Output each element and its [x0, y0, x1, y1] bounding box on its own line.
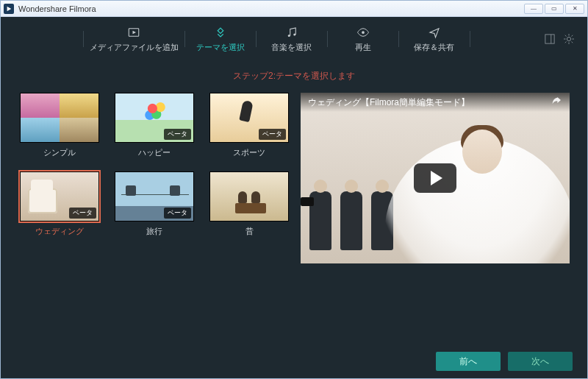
theme-sports[interactable]: ベータ スポーツ [209, 93, 290, 158]
music-icon [285, 26, 298, 39]
theme-thumbnail: ベータ [115, 93, 194, 143]
close-button[interactable]: ✕ [565, 4, 584, 14]
topbar: メディアファイルを追加 テーマを選択 音楽を選択 再生 [1, 17, 587, 61]
layout-icon[interactable] [545, 34, 555, 44]
window-title: Wondershare Filmora [18, 4, 524, 13]
beta-badge: ベータ [259, 129, 286, 140]
theme-thumbnail: ベータ [20, 171, 99, 222]
content: シンプル ベータ ハッピー ベータ スポーツ [1, 93, 587, 344]
theme-icon [214, 26, 227, 39]
app-body: メディアファイルを追加 テーマを選択 音楽を選択 再生 [1, 17, 587, 378]
titlebar: Wondershare Filmora — ▭ ✕ [1, 1, 587, 17]
theme-label: 旅行 [146, 226, 162, 237]
svg-marker-2 [133, 30, 137, 34]
step-add-media[interactable]: メディアファイルを追加 [84, 26, 184, 53]
svg-rect-6 [545, 35, 554, 43]
step-save-share[interactable]: 保存＆共有 [399, 26, 470, 53]
footer: 前へ 次へ [1, 344, 587, 378]
video-title: ウェディング【Filmora簡単編集モード】 [308, 96, 551, 109]
theme-grid: シンプル ベータ ハッピー ベータ スポーツ [18, 93, 290, 339]
svg-line-14 [572, 42, 573, 43]
theme-label: ハッピー [138, 147, 171, 158]
share-icon [428, 26, 441, 39]
svg-line-16 [565, 42, 567, 43]
beta-badge: ベータ [69, 208, 96, 219]
svg-point-8 [567, 37, 570, 40]
video-player[interactable]: ウェディング【Filmora簡単編集モード】 [301, 93, 570, 263]
step-select-theme[interactable]: テーマを選択 [185, 26, 256, 53]
theme-label: スポーツ [233, 147, 265, 158]
prev-button[interactable]: 前へ [436, 352, 501, 371]
topbar-actions [545, 34, 574, 44]
step-preview[interactable]: 再生 [328, 26, 398, 53]
divider [470, 31, 470, 47]
share-icon[interactable] [551, 96, 562, 110]
step-select-music[interactable]: 音楽を選択 [257, 26, 327, 53]
theme-happy[interactable]: ベータ ハッピー [113, 93, 195, 158]
next-button[interactable]: 次へ [508, 352, 573, 371]
theme-thumbnail: ベータ [115, 171, 194, 222]
step-label: 保存＆共有 [414, 42, 454, 53]
theme-old[interactable]: 昔 [209, 171, 290, 237]
app-icon [4, 4, 14, 14]
theme-label: ウェディング [35, 226, 84, 237]
svg-line-15 [572, 35, 573, 37]
thumbnail-art [21, 93, 98, 142]
theme-thumbnail [20, 93, 99, 143]
maximize-button[interactable]: ▭ [545, 4, 564, 14]
video-title-bar: ウェディング【Filmora簡単編集モード】 [301, 93, 570, 112]
thumbnail-art [210, 172, 288, 221]
step-label: メディアファイルを追加 [90, 42, 179, 53]
minimize-button[interactable]: — [524, 4, 543, 14]
wizard-steps: メディアファイルを追加 テーマを選択 音楽を選択 再生 [14, 26, 539, 53]
step-caption: ステップ2:テーマを選択します [1, 61, 587, 93]
svg-point-4 [293, 33, 295, 35]
eye-icon [356, 26, 370, 39]
app-window: Wondershare Filmora — ▭ ✕ メディアファイルを追加 テー… [0, 0, 588, 379]
svg-point-3 [287, 35, 290, 37]
theme-label: 昔 [245, 226, 254, 237]
svg-point-5 [362, 31, 365, 34]
window-controls: — ▭ ✕ [524, 4, 584, 14]
svg-line-13 [565, 35, 567, 37]
theme-thumbnail [209, 171, 289, 222]
theme-travel[interactable]: ベータ 旅行 [113, 171, 195, 237]
beta-badge: ベータ [164, 208, 191, 219]
crowd-art [309, 191, 393, 250]
theme-label: シンプル [43, 147, 76, 158]
svg-marker-0 [7, 6, 12, 10]
theme-simple[interactable]: シンプル [18, 93, 100, 158]
play-button[interactable] [414, 163, 456, 193]
step-label: テーマを選択 [196, 42, 245, 53]
media-icon [127, 26, 140, 39]
preview-pane: ウェディング【Filmora簡単編集モード】 [301, 93, 570, 339]
theme-wedding[interactable]: ベータ ウェディング [18, 171, 100, 237]
brightness-icon[interactable] [564, 34, 574, 44]
step-label: 音楽を選択 [271, 42, 312, 53]
step-label: 再生 [355, 42, 371, 53]
beta-badge: ベータ [164, 129, 191, 140]
theme-thumbnail: ベータ [209, 93, 289, 143]
